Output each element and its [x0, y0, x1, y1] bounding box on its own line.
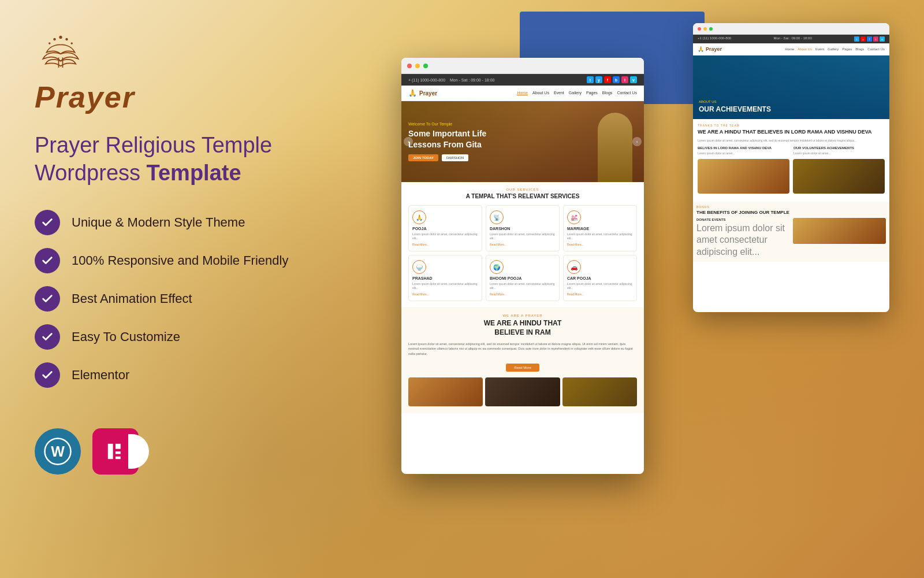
right-browser-mockup: +1 (11) 1000-000-800 Mon - Sat : 09:00 -…: [693, 23, 889, 312]
right-col-right-title: OUR VOLUNTEERS ACHIEVEMENTS: [793, 146, 885, 150]
check-circle: [35, 210, 60, 235]
darshon-button[interactable]: DARSHON: [442, 154, 468, 161]
right-columns: BELIVES IN LORD RAMA AND VISHNU DEVA Lor…: [698, 146, 885, 155]
benefit-desc: Lorem ipsum dolor sit amet consectetur a…: [696, 223, 790, 258]
right-nav-gallery[interactable]: Gallery: [828, 47, 839, 51]
read-more-button[interactable]: Read More: [506, 364, 539, 372]
nav-about[interactable]: About Us: [532, 91, 549, 95]
right-col-left-desc: Lorem ipsum dolor sit amet...: [698, 151, 789, 155]
phone-number: + (11) 1000-000-800: [408, 78, 445, 82]
services-section: OUR SERVICES A TEMPAL THAT'S RELEVANT SE…: [401, 182, 644, 307]
feature-text: Best Animation Effect: [72, 291, 192, 306]
service-desc: Lorem ipsum dolor sit amet, consectetur …: [490, 232, 556, 240]
right-nav-contact[interactable]: Contact Us: [867, 47, 885, 51]
right-nav-event[interactable]: Event: [815, 47, 824, 51]
check-circle: [35, 286, 60, 312]
feature-item: Easy To Customize: [35, 324, 323, 350]
services-label: OUR SERVICES: [408, 188, 637, 191]
site-logo: 🙏 Prayer: [408, 89, 437, 97]
twitter-icon[interactable]: t: [587, 76, 594, 83]
nav-home[interactable]: Home: [517, 91, 528, 95]
benefits-label: BONUS: [696, 205, 886, 209]
service-card-darshon: 📡 DARSHON Lorem ipsum dolor sit amet, co…: [486, 205, 560, 251]
svg-point-2: [65, 38, 68, 40]
service-card-prashad: 🍚 PRASHAD Lorem ipsum dolor sit amet, co…: [408, 255, 482, 301]
prashad-icon: 🍚: [412, 260, 426, 274]
right-nav-home[interactable]: Home: [785, 47, 794, 51]
left-panel: Prayer Prayer Religious Temple Wordpress…: [0, 0, 358, 578]
browser-dot-yellow: [415, 64, 420, 68]
right-images-grid: [698, 159, 885, 194]
vimeo-icon[interactable]: v: [630, 76, 637, 83]
feature-item: Elementor: [35, 362, 323, 388]
features-list: Unique & Modern Style Theme 100% Respons…: [35, 210, 323, 388]
youtube-btn[interactable]: y: [860, 36, 866, 42]
feature-text: 100% Responsive and Mobile Friendly: [72, 253, 288, 268]
about-title: WE ARE A HINDU THATBELIEVE IN RAM: [408, 319, 637, 337]
browser-dot-red: [698, 27, 701, 31]
nav-gallery[interactable]: Gallery: [569, 91, 582, 95]
nav-event[interactable]: Event: [554, 91, 564, 95]
check-circle: [35, 248, 60, 273]
right-about-desc: Lorem ipsum dolor sit amet, consectetur …: [698, 139, 885, 143]
vimeo-btn[interactable]: v: [880, 36, 885, 42]
benefit-item-donate: DONATE EVENTS Lorem ipsum dolor sit amet…: [696, 218, 790, 258]
feature-text: Easy To Customize: [72, 329, 180, 344]
hero-section: Welcome To Our Temple Some Important Lif…: [401, 101, 644, 182]
center-browser-mockup: + (11) 1000-000-800 Mon - Sat : 09:00 - …: [401, 58, 644, 474]
service-link[interactable]: Read More...: [412, 292, 478, 296]
instagram-btn[interactable]: i: [873, 36, 878, 42]
service-link[interactable]: Read More...: [412, 243, 478, 246]
hero-next-arrow[interactable]: ›: [632, 137, 642, 146]
topbar-left: + (11) 1000-000-800 Mon - Sat : 09:00 - …: [408, 78, 494, 82]
social-icon[interactable]: y: [595, 76, 602, 83]
elementor-logo: [92, 428, 139, 475]
facebook-icon[interactable]: b: [613, 76, 620, 83]
right-about-label: THANKS TO THE TEAM: [698, 124, 885, 127]
right-col-left: BELIVES IN LORD RAMA AND VISHNU DEVA Lor…: [698, 146, 789, 155]
twitter-btn[interactable]: t: [854, 36, 859, 42]
instagram-icon[interactable]: i: [621, 76, 628, 83]
right-hero-section: ABOUT US OUR ACHIEVEMENTS: [693, 55, 889, 119]
service-name: BHOOMI POOJA: [490, 276, 556, 280]
service-link[interactable]: Read More...: [567, 292, 633, 296]
right-nav-pages[interactable]: Pages: [842, 47, 852, 51]
right-col-left-title: BELIVES IN LORD RAMA AND VISHNU DEVA: [698, 146, 789, 150]
hero-subtitle: Welcome To Our Temple: [408, 122, 486, 126]
join-today-button[interactable]: JOIN TODAY: [408, 154, 438, 161]
svg-rect-10: [116, 457, 121, 459]
service-card-pooja: 🙏 POOJA Lorem ipsum dolor sit amet, cons…: [408, 205, 482, 251]
youtube-icon[interactable]: f: [604, 76, 611, 83]
right-nav-blogs[interactable]: Blogs: [855, 47, 864, 51]
service-desc: Lorem ipsum dolor sit amet, consectetur …: [567, 282, 633, 290]
service-link[interactable]: Read More...: [490, 292, 556, 296]
right-browser-bar: [693, 23, 889, 35]
lotus-icon: [35, 35, 87, 75]
right-benefits-section: BONUS THE BENEFITS OF JOINING OUR TEMPLE…: [693, 202, 889, 262]
browser-dot-red: [407, 64, 412, 68]
team-photo-3: [562, 377, 637, 406]
right-nav-about[interactable]: About Us: [798, 47, 812, 51]
nav-contact[interactable]: Contact Us: [617, 91, 637, 95]
service-link[interactable]: Read More...: [490, 243, 556, 246]
right-col-right-desc: Lorem ipsum dolor sit amet...: [793, 151, 885, 155]
facebook-btn[interactable]: f: [867, 36, 872, 42]
right-content: THANKS TO THE TEAM WE ARE A HINDU THAT B…: [693, 119, 889, 202]
service-link[interactable]: Read More...: [567, 243, 633, 246]
service-desc: Lorem ipsum dolor sit amet, consectetur …: [567, 232, 633, 240]
right-topbar: +1 (11) 1000-000-800 Mon - Sat : 09:00 -…: [693, 35, 889, 43]
right-phone: +1 (11) 1000-000-800: [698, 36, 731, 42]
nav-blogs[interactable]: Blogs: [602, 91, 613, 95]
service-name: PRASHAD: [412, 276, 478, 280]
right-hero-title: OUR ACHIEVEMENTS: [699, 105, 884, 113]
feature-item: Unique & Modern Style Theme: [35, 210, 323, 235]
svg-point-3: [49, 42, 51, 45]
right-thumb-2: [793, 159, 885, 194]
wordpress-logo: W: [35, 428, 81, 475]
svg-point-0: [59, 36, 62, 39]
right-nav: 🙏 Prayer Home About Us Event Gallery Pag…: [693, 43, 889, 55]
services-title: A TEMPAL THAT'S RELEVANT SERVICES: [408, 193, 637, 199]
nav-pages[interactable]: Pages: [586, 91, 598, 95]
feature-item: 100% Responsive and Mobile Friendly: [35, 248, 323, 273]
svg-rect-7: [108, 444, 113, 459]
